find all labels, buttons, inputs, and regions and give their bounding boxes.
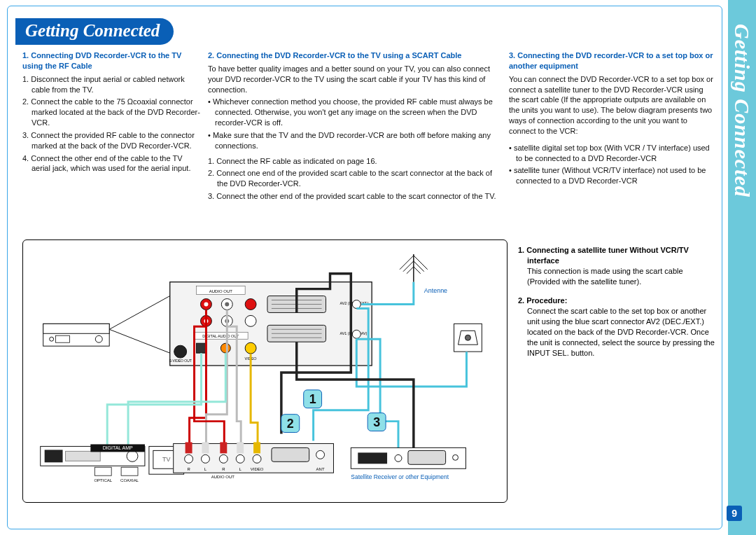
sec2-title: 2. Connecting the DVD Recorder-VCR to th… <box>208 50 502 61</box>
svg-point-61 <box>316 450 325 459</box>
svg-point-32 <box>352 330 360 338</box>
sec3-title: 3. Connecting the DVD recorder-VCR to a … <box>509 50 715 71</box>
digital-amp-label: DIGITAL AMP <box>103 445 133 450</box>
lbl-audio-out-bottom: AUDIO OUT <box>211 475 234 479</box>
sec2-item2: 2. Connect one end of the provided scart… <box>208 168 502 189</box>
svg-rect-4 <box>56 335 70 342</box>
connection-diagram: AUDIO OUT DIGITAL AUDIO OUT S-VIDEO OUT … <box>22 239 507 503</box>
svg-point-22 <box>245 342 256 354</box>
svg-point-31 <box>352 300 360 309</box>
lbl-audio-out-top: AUDIO OUT <box>209 289 232 293</box>
svg-marker-5 <box>109 296 170 354</box>
svg-point-53 <box>201 454 209 463</box>
svg-rect-54 <box>220 442 227 453</box>
callout-1: 1 <box>309 392 316 406</box>
column-3-continued: 1. Connecting a satellite tuner Without … <box>518 245 715 360</box>
sat-label-line1: Satellite Receiver or other Equipment <box>351 473 449 480</box>
svg-point-19 <box>174 345 187 358</box>
rear-panel: AUDIO OUT DIGITAL AUDIO OUT S-VIDEO OUT … <box>169 282 372 366</box>
lbl-r1: R <box>187 467 190 471</box>
svg-point-18 <box>220 343 230 353</box>
sec2-bullet1: Whichever connection method you choose, … <box>208 97 502 128</box>
svg-point-21 <box>245 315 256 326</box>
diagram-svg: AUDIO OUT DIGITAL AUDIO OUT S-VIDEO OUT … <box>23 240 507 502</box>
content-columns: 1. Connecting DVD Recorder-VCR to the TV… <box>22 50 715 204</box>
tv-label: TV <box>162 456 170 463</box>
sec3-sub2: 2. Procedure: Connect the scart cable to… <box>518 296 715 358</box>
wall-plate-icon <box>454 324 482 352</box>
sec2-item3: 3. Connect the other end of the provided… <box>208 191 502 202</box>
side-tab: Getting Connected <box>728 0 756 535</box>
svg-rect-65 <box>408 450 446 464</box>
svg-point-41 <box>127 450 138 461</box>
lbl-video-b: VIDEO <box>251 467 264 471</box>
sec2-bullet2: Make sure that the TV and the DVD record… <box>208 130 502 151</box>
source-device-icon <box>43 324 109 346</box>
sec3-intro: You can connect the DVD Recorder-VCR to … <box>509 74 715 137</box>
lbl-svideo: S-VIDEO OUT <box>169 359 191 363</box>
sec1-item1: 1. Disconnect the input aerial or cabled… <box>22 74 201 95</box>
svg-point-20 <box>245 299 256 310</box>
lbl-optical: OPTICAL <box>94 478 112 482</box>
sec2-intro: To have better quality images and a bett… <box>208 64 502 95</box>
lbl-coaxial: COAXIAL <box>120 478 139 482</box>
lbl-r2: R <box>222 467 225 471</box>
svg-rect-1 <box>43 324 109 333</box>
column-1: 1. Connecting DVD Recorder-VCR to the TV… <box>22 50 201 204</box>
column-3: 3. Connecting the DVD recorder-VCR to a … <box>509 50 715 204</box>
sec1-item3: 3. Connect the provided RF cable to the … <box>22 130 201 151</box>
sec3-sub1: 1. Connecting a satellite tuner Without … <box>518 245 715 286</box>
sec3-sub2-body: Connect the scart cable to the set top b… <box>527 307 715 356</box>
page-title: Getting Connected <box>15 18 174 45</box>
svg-rect-42 <box>45 450 63 462</box>
page-number: 9 <box>727 506 742 521</box>
sec3-sub1-body: This connection is made using the scart … <box>527 267 683 286</box>
svg-point-64 <box>395 454 402 461</box>
sec1-title: 1. Connecting DVD Recorder-VCR to the TV… <box>22 50 201 71</box>
svg-rect-60 <box>272 447 309 461</box>
sec2-item1: 1. Connect the RF cable as indicated on … <box>208 156 502 167</box>
sec1-item4: 4. Connect the other end of the cable to… <box>22 153 201 174</box>
svg-rect-52 <box>202 442 209 453</box>
satellite-receiver-icon: Satellite Receiver or other Equipment <box>351 447 465 480</box>
svg-point-11 <box>225 303 229 307</box>
lbl-ant: ANT <box>316 467 325 471</box>
svg-point-55 <box>219 454 227 463</box>
antenna-icon: Antenne <box>400 254 447 294</box>
svg-rect-50 <box>186 442 192 453</box>
callout-2: 2 <box>287 417 294 431</box>
lbl-digital-audio-out: DIGITAL AUDIO OUT <box>202 334 239 338</box>
column-2: 2. Connecting the DVD Recorder-VCR to th… <box>208 50 502 204</box>
antenne-label: Antenne <box>424 287 447 294</box>
svg-rect-63 <box>358 452 387 464</box>
sec3-bullet1: satellite digital set top box (With VCR … <box>509 143 715 164</box>
tv-back-strip: R L R L VIDEO ANT AUDIO OUT <box>174 442 334 479</box>
sec3-sub2-title: 2. Procedure: <box>518 296 567 305</box>
svg-point-9 <box>204 303 208 307</box>
svg-rect-43 <box>66 451 101 461</box>
sec3-sub1-title: 1. Connecting a satellite tuner Without … <box>518 246 689 265</box>
svg-point-51 <box>185 454 193 463</box>
svg-point-66 <box>453 454 458 460</box>
svg-rect-17 <box>197 343 206 353</box>
sec3-bullet2: satellite tuner (Without VCR/TV interfac… <box>509 165 715 186</box>
svg-rect-46 <box>121 467 138 475</box>
svg-rect-45 <box>94 467 111 475</box>
sec1-item2: 2. Connect the cable to the 75 Ωcoaxial … <box>22 97 201 128</box>
svg-rect-58 <box>253 442 260 453</box>
svg-point-57 <box>236 454 244 463</box>
callout-3: 3 <box>373 415 380 429</box>
svg-point-36 <box>465 335 470 340</box>
side-tab-text: Getting Connected <box>730 24 754 197</box>
svg-point-59 <box>253 454 261 463</box>
amplifier-icon: DIGITAL AMP OPTICAL COAXIAL <box>41 444 145 482</box>
svg-rect-56 <box>237 442 244 453</box>
